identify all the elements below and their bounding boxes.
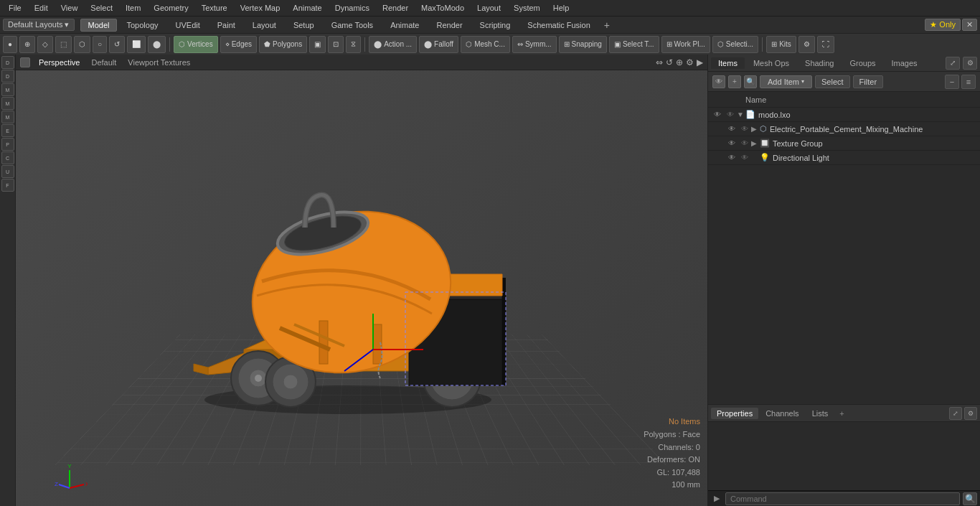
tab-gametools[interactable]: Game Tools (324, 19, 382, 32)
tool-9[interactable]: ⬤ (148, 36, 166, 53)
sidebar-btn-8[interactable]: C (1, 151, 14, 164)
vp-icon-arrows[interactable]: ⇔ (656, 57, 663, 67)
props-tab-lists[interactable]: Lists (806, 408, 834, 419)
expand-texture[interactable]: ▶ (751, 139, 760, 147)
menu-view[interactable]: View (55, 2, 84, 14)
tool-4[interactable]: ⬚ (55, 36, 72, 53)
items-collapse-icon[interactable]: − (945, 75, 959, 89)
item-row-modo-lxo[interactable]: 👁 👁 ▼ 📄 modo.lxo (708, 108, 980, 122)
sidebar-btn-3[interactable]: M (1, 83, 14, 96)
eye-light[interactable]: 👁 (725, 151, 738, 164)
viewport-canvas[interactable]: No Items Polygons : Face Channels: 0 Def… (16, 70, 707, 506)
fullscreen-button[interactable]: ⛶ (817, 36, 834, 53)
eye-cement[interactable]: 👁 (725, 123, 738, 136)
expand-cement[interactable]: ▶ (751, 125, 760, 133)
items-add-icon[interactable]: + (728, 75, 741, 88)
eye-modo-lxo[interactable]: 👁 (711, 108, 724, 121)
sidebar-btn-1[interactable]: D (1, 56, 14, 69)
viewport-tab-default[interactable]: Default (88, 57, 119, 68)
menu-texture[interactable]: Texture (196, 2, 233, 14)
panel-expand-icon[interactable]: ⤢ (946, 57, 960, 70)
tab-animate[interactable]: Animate (382, 19, 427, 32)
tool-sub1[interactable]: ▣ (309, 36, 326, 53)
tab-schematic-fusion[interactable]: Schematic Fusion (519, 19, 598, 32)
tab-layout[interactable]: Layout (245, 19, 284, 32)
star-only-button[interactable]: ★ Only (925, 19, 961, 31)
tab-add[interactable]: + (600, 19, 614, 32)
vp-icon-zoom[interactable]: ⊕ (676, 57, 683, 67)
panel-tab-shading[interactable]: Shading (798, 57, 841, 69)
sidebar-btn-10[interactable]: F (1, 179, 14, 192)
tool-select-mode[interactable]: ● (3, 36, 17, 53)
tab-setup[interactable]: Setup (286, 19, 322, 32)
vp-icon-rotate[interactable]: ↺ (666, 57, 673, 67)
filter-button[interactable]: Filter (853, 75, 883, 88)
menu-animate[interactable]: Animate (287, 2, 327, 14)
vp-icon-play[interactable]: ▶ (697, 57, 703, 67)
tool-crosshair[interactable]: ⊕ (19, 36, 35, 53)
sidebar-btn-5[interactable]: M (1, 111, 14, 123)
action-button[interactable]: ⬤ Action ... (369, 36, 417, 53)
command-input[interactable] (725, 492, 960, 505)
tab-model[interactable]: Model (80, 19, 118, 32)
props-tab-properties[interactable]: Properties (711, 408, 758, 419)
settings-button[interactable]: ⚙ (798, 36, 815, 53)
tab-uvedit[interactable]: UVEdit (168, 19, 208, 32)
panel-tab-items[interactable]: Items (711, 57, 745, 69)
menu-help[interactable]: Help (547, 2, 575, 14)
layout-dropdown[interactable]: Default Layouts ▾ (3, 19, 75, 31)
menu-vertex-map[interactable]: Vertex Map (235, 2, 286, 14)
item-row-directional-light[interactable]: 👁 👁 💡 Directional Light (708, 151, 980, 165)
tool-3[interactable]: ◇ (37, 36, 53, 53)
item-row-texture-group[interactable]: 👁 👁 ▶ 🔲 Texture Group (708, 136, 980, 151)
menu-edit[interactable]: Edit (29, 2, 54, 14)
snapping-button[interactable]: ⊞ Snapping (559, 36, 607, 53)
menu-file[interactable]: File (3, 2, 27, 14)
edges-button[interactable]: ⋄ Edges (220, 36, 257, 53)
item-row-cement-machine[interactable]: 👁 👁 ▶ ⬡ Electric_Portable_Cement_Mixing_… (708, 122, 980, 136)
selection-button[interactable]: ⬡ Selecti... (712, 36, 758, 53)
menu-maxtomodo[interactable]: MaxToModo (415, 2, 470, 14)
cmd-search-icon[interactable]: 🔍 (963, 492, 977, 505)
tool-5[interactable]: ⬡ (74, 36, 90, 53)
eye2-modo-lxo[interactable]: 👁 (724, 108, 737, 121)
tool-sub2[interactable]: ⊡ (328, 36, 344, 53)
menu-dynamics[interactable]: Dynamics (329, 2, 375, 14)
menu-geometry[interactable]: Geometry (148, 2, 194, 14)
panel-gear-icon[interactable]: ⚙ (963, 57, 977, 70)
cmd-arrow-icon[interactable]: ▶ (711, 494, 722, 503)
add-item-button[interactable]: Add Item ▾ (760, 75, 812, 88)
panel-tab-groups[interactable]: Groups (842, 57, 882, 69)
layout-close-button[interactable]: ✕ (962, 19, 977, 31)
props-add-tab[interactable]: + (835, 408, 848, 419)
menu-select[interactable]: Select (85, 2, 118, 14)
eye2-texture[interactable]: 👁 (738, 137, 751, 150)
tool-8[interactable]: ⬜ (127, 36, 146, 53)
sidebar-btn-2[interactable]: D (1, 70, 14, 83)
eye2-light[interactable]: 👁 (738, 151, 751, 164)
props-expand-icon[interactable]: ⤢ (949, 407, 962, 420)
mesh-button[interactable]: ⬡ Mesh C... (461, 36, 510, 53)
panel-tab-meshops[interactable]: Mesh Ops (746, 57, 796, 69)
eye-texture[interactable]: 👁 (725, 137, 738, 150)
items-eye-icon[interactable]: 👁 (712, 75, 725, 88)
vp-icon-gear[interactable]: ⚙ (686, 57, 694, 67)
tool-6[interactable]: ○ (93, 36, 107, 53)
viewport-tab-perspective[interactable]: Perspective (36, 57, 83, 68)
tab-scripting[interactable]: Scripting (472, 19, 519, 32)
vertices-button[interactable]: ⬡ Vertices (174, 36, 218, 53)
viewport-tab-textures[interactable]: Viewport Textures (125, 57, 193, 68)
tool-7[interactable]: ↺ (109, 36, 125, 53)
select-tool-button[interactable]: ▣ Select T... (609, 36, 659, 53)
menu-layout[interactable]: Layout (471, 2, 507, 14)
kits-button[interactable]: ⊞ Kits (766, 36, 796, 53)
menu-system[interactable]: System (508, 2, 546, 14)
tab-paint[interactable]: Paint (209, 19, 243, 32)
items-search-icon[interactable]: 🔍 (744, 75, 757, 88)
tool-sub3[interactable]: ⧖ (346, 36, 361, 53)
items-list[interactable]: 👁 👁 ▼ 📄 modo.lxo 👁 👁 ▶ ⬡ Electric_Portab… (708, 108, 980, 404)
polygons-button[interactable]: ⬟ Polygons (259, 36, 307, 53)
eye2-cement[interactable]: 👁 (738, 123, 751, 136)
tab-render[interactable]: Render (428, 19, 470, 32)
props-gear-icon[interactable]: ⚙ (964, 407, 977, 420)
